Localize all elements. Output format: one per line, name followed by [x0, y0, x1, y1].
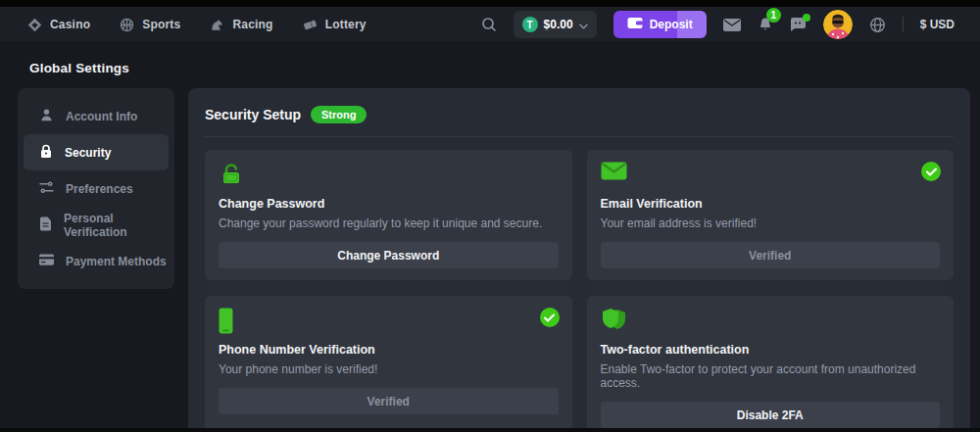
- email-verified-button[interactable]: Verified: [601, 242, 941, 268]
- nav-item-casino[interactable]: Casino: [27, 18, 90, 32]
- verified-check-icon: [921, 162, 941, 181]
- nav-item-sports[interactable]: Sports: [120, 18, 180, 32]
- lock-icon: [39, 144, 53, 162]
- chat-icon[interactable]: [790, 17, 807, 32]
- card-description: Your email address is verified!: [601, 216, 941, 230]
- deposit-button[interactable]: Deposit: [613, 11, 707, 38]
- card-description: Your phone number is verified!: [219, 362, 559, 376]
- strength-badge: Strong: [311, 106, 367, 123]
- navbar-actions: T $0.00 Deposit 1: [481, 10, 955, 39]
- settings-page: Global Settings Account Info Security: [0, 43, 980, 428]
- card-description: Enable Two-factor to protect your accoun…: [601, 362, 941, 390]
- verified-check-icon: [540, 308, 560, 327]
- two-factor-card: Two-factor authentication Enable Two-fac…: [587, 296, 955, 432]
- disable-2fa-button[interactable]: Disable 2FA: [601, 402, 941, 428]
- primary-nav: Casino Sports Racing Lottery: [27, 18, 367, 32]
- racing-horse-icon: [210, 18, 224, 32]
- mail-icon[interactable]: [723, 19, 741, 31]
- credit-card-icon: [39, 254, 54, 268]
- green-envelope-icon: [601, 162, 941, 193]
- notification-badge: 1: [766, 8, 781, 23]
- sidebar-item-payment-methods[interactable]: Payment Methods: [24, 243, 169, 279]
- sidebar-item-label: Payment Methods: [66, 255, 167, 268]
- card-description: Change your password regularly to keep i…: [219, 216, 559, 230]
- nav-item-lottery[interactable]: Lottery: [303, 18, 367, 32]
- divider: [903, 17, 904, 32]
- card-title: Email Verification: [601, 197, 941, 211]
- sliders-icon: [39, 181, 54, 197]
- sidebar-item-preferences[interactable]: Preferences: [24, 170, 169, 207]
- chat-online-dot: [803, 14, 810, 22]
- sidebar-item-label: Preferences: [66, 182, 133, 196]
- security-cards-grid: Change Password Change your password reg…: [205, 150, 954, 432]
- nav-item-racing[interactable]: Racing: [210, 18, 272, 32]
- lottery-ticket-icon: [303, 18, 318, 32]
- balance-selector[interactable]: T $0.00: [514, 11, 597, 38]
- sidebar-item-label: Account Info: [66, 110, 137, 123]
- change-password-card: Change Password Change your password reg…: [205, 150, 572, 280]
- search-icon[interactable]: [481, 17, 497, 32]
- panel-header: Security Setup Strong: [205, 106, 954, 123]
- card-title: Phone Number Verification: [219, 343, 559, 357]
- security-panel: Security Setup Strong Change Password Ch…: [188, 88, 970, 432]
- top-edge: [0, 0, 980, 7]
- card-title: Change Password: [219, 197, 559, 211]
- green-phone-icon: [219, 308, 559, 339]
- balance-amount: $0.00: [544, 18, 573, 31]
- card-title: Two-factor authentication: [601, 343, 941, 357]
- phone-verified-button[interactable]: Verified: [219, 388, 559, 414]
- tether-coin-icon: T: [522, 17, 538, 32]
- sports-basketball-icon: [120, 18, 134, 32]
- divider: [205, 136, 954, 137]
- bottom-edge: [0, 428, 980, 432]
- green-lock-icon: [219, 162, 559, 193]
- sidebar-item-account-info[interactable]: Account Info: [24, 98, 169, 134]
- nav-label: Casino: [50, 18, 90, 31]
- bell-icon[interactable]: 1: [758, 17, 773, 32]
- panel-title: Security Setup: [205, 107, 301, 122]
- page-title: Global Settings: [0, 43, 980, 75]
- chevron-down-icon: [579, 16, 588, 33]
- top-navbar: Casino Sports Racing Lottery: [0, 7, 980, 43]
- person-icon: [39, 108, 54, 125]
- phone-verification-card: Phone Number Verification Your phone num…: [205, 296, 572, 432]
- casino-diamond-icon: [27, 18, 42, 32]
- email-verification-card: Email Verification Your email address is…: [587, 150, 955, 280]
- deposit-label: Deposit: [650, 18, 693, 31]
- sidebar-item-security[interactable]: Security: [24, 134, 169, 170]
- settings-sidebar: Account Info Security Preferences: [18, 88, 174, 289]
- sidebar-item-personal-verification[interactable]: Personal Verification: [24, 207, 169, 243]
- avatar[interactable]: [823, 10, 853, 39]
- wallet-icon: [627, 17, 643, 32]
- nav-label: Racing: [232, 18, 272, 31]
- screen: Casino Sports Racing Lottery: [0, 0, 980, 432]
- green-shields-icon: [601, 308, 941, 339]
- sidebar-item-label: Security: [65, 146, 111, 160]
- fiat-currency-selector[interactable]: $ USD: [920, 18, 955, 31]
- nav-label: Sports: [142, 18, 180, 31]
- nav-label: Lottery: [325, 18, 367, 31]
- change-password-button[interactable]: Change Password: [219, 242, 559, 268]
- sidebar-item-label: Personal Verification: [64, 212, 169, 239]
- globe-icon[interactable]: [869, 17, 886, 33]
- document-icon: [39, 216, 52, 234]
